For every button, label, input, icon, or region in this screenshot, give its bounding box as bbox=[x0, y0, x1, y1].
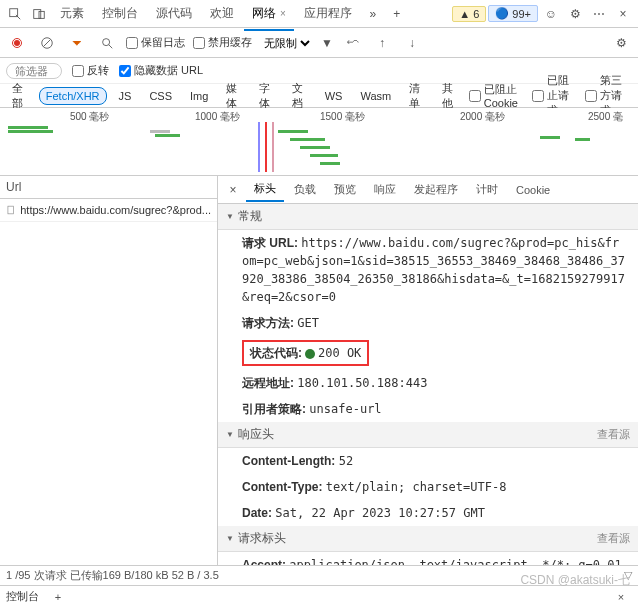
filter-input[interactable] bbox=[6, 63, 62, 79]
throttle-select[interactable]: 无限制 bbox=[260, 36, 313, 50]
inspect-icon[interactable] bbox=[4, 3, 26, 25]
keep-log-checkbox[interactable]: 保留日志 bbox=[126, 35, 185, 50]
accept-header: Accept: application/json, text/javascrip… bbox=[218, 552, 638, 566]
wifi-icon[interactable]: ⬿ bbox=[341, 32, 363, 54]
type-filter-row: 全部 Fetch/XHR JS CSS Img 媒体 字体 文档 WS Wasm… bbox=[0, 84, 638, 108]
view-source-link[interactable]: 查看源 bbox=[597, 427, 630, 442]
type-js[interactable]: JS bbox=[113, 88, 138, 104]
wf-tick: 2000 毫秒 bbox=[460, 110, 505, 124]
svg-rect-2 bbox=[39, 11, 44, 18]
section-general[interactable]: ▼常规 bbox=[218, 204, 638, 230]
tab-sources[interactable]: 源代码 bbox=[148, 1, 200, 26]
document-icon bbox=[6, 203, 16, 217]
add-drawer-icon[interactable]: + bbox=[47, 586, 69, 608]
more-tabs-icon[interactable]: » bbox=[362, 3, 384, 25]
add-tab-icon[interactable]: + bbox=[386, 3, 408, 25]
detail-tab-bar: × 标头 负载 预览 响应 发起程序 计时 Cookie bbox=[218, 176, 638, 204]
dtab-cookies[interactable]: Cookie bbox=[508, 180, 558, 200]
status-ok-icon bbox=[305, 349, 315, 359]
gear-icon[interactable]: ⚙ bbox=[610, 32, 632, 54]
referrer-policy: 引用者策略: unsafe-url bbox=[218, 396, 638, 422]
remote-address: 远程地址: 180.101.50.188:443 bbox=[218, 370, 638, 396]
tab-application[interactable]: 应用程序 bbox=[296, 1, 360, 26]
tab-welcome[interactable]: 欢迎 bbox=[202, 1, 242, 26]
request-method: 请求方法: GET bbox=[218, 310, 638, 336]
device-icon[interactable] bbox=[28, 3, 50, 25]
content-type: Content-Type: text/plain; charset=UTF-8 bbox=[218, 474, 638, 500]
tab-console[interactable]: 控制台 bbox=[94, 1, 146, 26]
detail-pane: × 标头 负载 预览 响应 发起程序 计时 Cookie ▼常规 请求 URL:… bbox=[218, 176, 638, 566]
view-source-link[interactable]: 查看源 bbox=[597, 531, 630, 546]
triangle-down-icon: ▼ bbox=[226, 534, 234, 543]
request-row[interactable]: https://www.baidu.com/sugrec?&prod... bbox=[0, 199, 217, 222]
info-badge[interactable]: 🔵 99+ bbox=[488, 5, 538, 22]
main-tab-bar: 元素 控制台 源代码 欢迎 网络× 应用程序 » + ▲ 6 🔵 99+ ☺ ⚙… bbox=[0, 0, 638, 28]
close-detail-icon[interactable]: × bbox=[222, 179, 244, 201]
filter-icon[interactable]: ⏷ bbox=[66, 32, 88, 54]
triangle-down-icon: ▼ bbox=[226, 430, 234, 439]
upload-icon[interactable]: ↑ bbox=[371, 32, 393, 54]
type-css[interactable]: CSS bbox=[143, 88, 178, 104]
warnings-badge[interactable]: ▲ 6 bbox=[452, 6, 486, 22]
hide-data-url-checkbox[interactable]: 隐藏数据 URL bbox=[119, 63, 203, 78]
settings-icon[interactable]: ⚙ bbox=[564, 3, 586, 25]
network-toolbar: ⏷ 保留日志 禁用缓存 无限制 ▼ ⬿ ↑ ↓ ⚙ bbox=[0, 28, 638, 58]
section-request-headers[interactable]: ▼请求标头查看源 bbox=[218, 526, 638, 552]
invert-checkbox[interactable]: 反转 bbox=[72, 63, 109, 78]
dtab-payload[interactable]: 负载 bbox=[286, 178, 324, 201]
type-wasm[interactable]: Wasm bbox=[354, 88, 397, 104]
dtab-headers[interactable]: 标头 bbox=[246, 177, 284, 202]
dtab-response[interactable]: 响应 bbox=[366, 178, 404, 201]
wf-tick: 1000 毫秒 bbox=[195, 110, 240, 124]
watermark: CSDN @akatsuki-七 bbox=[520, 572, 630, 589]
search-icon[interactable] bbox=[96, 32, 118, 54]
waterfall-overview[interactable]: 500 毫秒 1000 毫秒 1500 毫秒 2000 毫秒 2500 毫 bbox=[0, 108, 638, 176]
svg-rect-5 bbox=[8, 206, 14, 214]
disable-cache-checkbox[interactable]: 禁用缓存 bbox=[193, 35, 252, 50]
url-column-header[interactable]: Url bbox=[0, 176, 217, 199]
content-length: Content-Length: 52 bbox=[218, 448, 638, 474]
close-icon[interactable]: × bbox=[280, 8, 286, 19]
type-img[interactable]: Img bbox=[184, 88, 214, 104]
dtab-preview[interactable]: 预览 bbox=[326, 178, 364, 201]
wf-tick: 500 毫秒 bbox=[70, 110, 109, 124]
svg-point-4 bbox=[103, 38, 110, 45]
wf-tick: 2500 毫 bbox=[588, 110, 623, 124]
clear-icon[interactable] bbox=[36, 32, 58, 54]
download-icon[interactable]: ↓ bbox=[401, 32, 423, 54]
type-fetch-xhr[interactable]: Fetch/XHR bbox=[39, 87, 107, 105]
drawer-console-tab[interactable]: 控制台 bbox=[6, 589, 39, 604]
triangle-down-icon: ▼ bbox=[226, 212, 234, 221]
close-devtools-icon[interactable]: × bbox=[612, 3, 634, 25]
blocked-cookie-checkbox[interactable]: 已阻止 Cookie bbox=[469, 82, 526, 109]
tab-elements[interactable]: 元素 bbox=[52, 1, 92, 26]
date-header: Date: Sat, 22 Apr 2023 10:27:57 GMT bbox=[218, 500, 638, 526]
dtab-initiator[interactable]: 发起程序 bbox=[406, 178, 466, 201]
section-response-headers[interactable]: ▼响应头查看源 bbox=[218, 422, 638, 448]
feedback-icon[interactable]: ☺ bbox=[540, 3, 562, 25]
request-list: Url https://www.baidu.com/sugrec?&prod..… bbox=[0, 176, 218, 566]
tab-network[interactable]: 网络× bbox=[244, 1, 294, 26]
wf-tick: 1500 毫秒 bbox=[320, 110, 365, 124]
status-code: 状态代码:200 OK bbox=[218, 336, 638, 370]
status-text: 1 /95 次请求 已传输169 B/180 kB 52 B / 3.5 bbox=[6, 568, 219, 583]
record-icon[interactable] bbox=[6, 32, 28, 54]
request-url: 请求 URL: https://www.baidu.com/sugrec?&pr… bbox=[218, 230, 638, 310]
dtab-timing[interactable]: 计时 bbox=[468, 178, 506, 201]
request-url: https://www.baidu.com/sugrec?&prod... bbox=[20, 204, 211, 216]
more-icon[interactable]: ⋯ bbox=[588, 3, 610, 25]
type-ws[interactable]: WS bbox=[319, 88, 349, 104]
